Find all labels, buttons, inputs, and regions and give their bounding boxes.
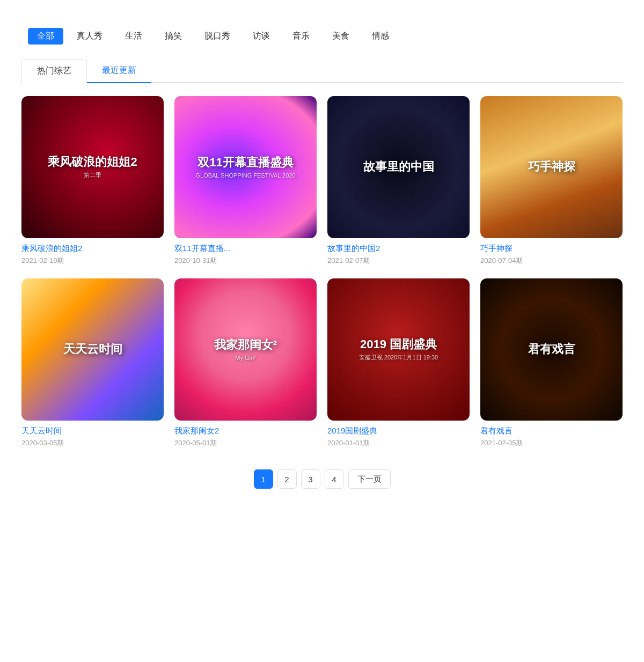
- card-thumb-qfpljjj2: 乘风破浪的姐姐2第二季: [21, 96, 164, 238]
- filter-btn-comedy[interactable]: 搞笑: [156, 28, 191, 45]
- card-date-s11: 2020-10-31期: [174, 256, 317, 266]
- thumb-main-jyyy: 君有戏言: [528, 342, 575, 356]
- card-title-wjnnv2: 我家那闺女2: [174, 426, 317, 436]
- card-date-wjnnv2: 2020-05-01期: [174, 438, 317, 448]
- thumb-sub-qfpljjj2: 第二季: [84, 171, 101, 179]
- card-title-jyyy: 君有戏言: [480, 426, 623, 436]
- card-gjsd2019[interactable]: 2019 国剧盛典安徽卫视 2020年1月1日 19:302019国剧盛典202…: [327, 278, 470, 448]
- card-thumb-qsst: 巧手神探: [480, 96, 623, 238]
- card-date-qsst: 2020-07-04期: [480, 256, 623, 266]
- card-date-ttysc: 2020-03-05期: [21, 438, 164, 448]
- tab-hot[interactable]: 热门综艺: [21, 60, 87, 83]
- card-qsst[interactable]: 巧手神探巧手神探2020-07-04期: [480, 96, 623, 266]
- card-s11[interactable]: 双11开幕直播盛典GLOBAL SHOPPING FESTIVAL 2020双1…: [174, 96, 317, 266]
- card-date-gsldzg2: 2021-02-07期: [327, 256, 470, 266]
- page-btn-2[interactable]: 2: [277, 469, 297, 489]
- filter-row: 全部真人秀生活搞笑脱口秀访谈音乐美食情感: [21, 28, 623, 45]
- tab-recent[interactable]: 最近更新: [87, 60, 151, 83]
- tabs-container: 热门综艺最近更新: [21, 60, 151, 82]
- thumb-main-s11: 双11开幕直播盛典: [197, 156, 293, 170]
- thumb-sub-gjsd2019: 安徽卫视 2020年1月1日 19:30: [359, 354, 438, 362]
- card-jyyy[interactable]: 君有戏言君有戏言2021-02-05期: [480, 278, 623, 448]
- page-btn-4[interactable]: 4: [325, 469, 344, 489]
- card-title-s11: 双11开幕直播...: [174, 244, 317, 254]
- card-title-gjsd2019: 2019国剧盛典: [327, 426, 470, 436]
- filter-btn-standup[interactable]: 脱口秀: [195, 28, 239, 45]
- pagination-buttons: 1234下一页: [254, 469, 391, 489]
- thumb-sub-s11: GLOBAL SHOPPING FESTIVAL 2020: [195, 172, 295, 179]
- filter-btn-music[interactable]: 音乐: [283, 28, 319, 45]
- card-thumb-gsldzg2: 故事里的中国: [327, 96, 470, 238]
- filter-btn-emotion[interactable]: 情感: [363, 28, 398, 45]
- filter-btn-reality[interactable]: 真人秀: [68, 28, 112, 45]
- card-gsldzg2[interactable]: 故事里的中国故事里的中国22021-02-07期: [327, 96, 470, 266]
- card-ttysc[interactable]: 天天云时间天天云时间2020-03-05期: [21, 278, 164, 448]
- thumb-main-gjsd2019: 2019 国剧盛典: [360, 337, 437, 351]
- filter-btn-talk[interactable]: 访谈: [244, 28, 279, 45]
- card-thumb-jyyy: 君有戏言: [480, 278, 623, 421]
- card-thumb-wjnnv2: 我家那闺女²My Girl²: [174, 278, 317, 421]
- card-thumb-s11: 双11开幕直播盛典GLOBAL SHOPPING FESTIVAL 2020: [174, 96, 317, 238]
- card-date-qfpljjj2: 2021-02-19期: [21, 256, 164, 266]
- page-btn-3[interactable]: 3: [301, 469, 320, 489]
- thumb-sub-wjnnv2: My Girl²: [235, 355, 256, 361]
- thumb-main-gsldzg2: 故事里的中国: [363, 160, 434, 174]
- filter-btn-life[interactable]: 生活: [116, 28, 151, 45]
- tabs-row: 热门综艺最近更新: [21, 60, 623, 83]
- pagination: 1234下一页: [21, 469, 623, 489]
- card-qfpljjj2[interactable]: 乘风破浪的姐姐2第二季乘风破浪的姐姐22021-02-19期: [21, 96, 164, 266]
- filter-buttons: 全部真人秀生活搞笑脱口秀访谈音乐美食情感: [28, 28, 398, 45]
- thumb-main-qsst: 巧手神探: [528, 160, 575, 174]
- card-thumb-gjsd2019: 2019 国剧盛典安徽卫视 2020年1月1日 19:30: [327, 278, 470, 421]
- card-date-gjsd2019: 2020-01-01期: [327, 438, 470, 448]
- thumb-main-wjnnv2: 我家那闺女²: [214, 338, 277, 352]
- next-page-button[interactable]: 下一页: [348, 469, 391, 489]
- card-title-qsst: 巧手神探: [480, 244, 623, 254]
- thumb-main-ttysc: 天天云时间: [63, 342, 122, 356]
- card-title-ttysc: 天天云时间: [21, 426, 164, 436]
- card-thumb-ttysc: 天天云时间: [21, 278, 164, 421]
- page-container: 全部真人秀生活搞笑脱口秀访谈音乐美食情感 热门综艺最近更新 乘风破浪的姐姐2第二…: [0, 0, 644, 662]
- card-title-qfpljjj2: 乘风破浪的姐姐2: [21, 244, 164, 254]
- card-date-jyyy: 2021-02-05期: [480, 438, 623, 448]
- page-btn-1[interactable]: 1: [254, 469, 273, 489]
- card-title-gsldzg2: 故事里的中国2: [327, 244, 470, 254]
- card-wjnnv2[interactable]: 我家那闺女²My Girl²我家那闺女22020-05-01期: [174, 278, 317, 448]
- cards-grid: 乘风破浪的姐姐2第二季乘风破浪的姐姐22021-02-19期双11开幕直播盛典G…: [21, 96, 623, 448]
- filter-btn-food[interactable]: 美食: [323, 28, 358, 45]
- thumb-main-qfpljjj2: 乘风破浪的姐姐2: [48, 155, 137, 169]
- filter-btn-all[interactable]: 全部: [28, 28, 63, 45]
